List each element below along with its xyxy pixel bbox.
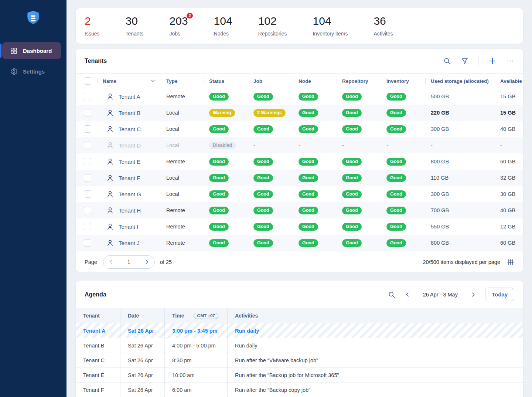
used-storage: 800 GB	[425, 159, 495, 164]
status-cell: Good	[381, 174, 425, 182]
row-checkbox[interactable]	[84, 158, 91, 165]
table-row[interactable]: Tenant HRemoteGoodGoodGoodGoodGood700 GB…	[76, 202, 523, 218]
column-header-name[interactable]: Name	[97, 78, 161, 84]
status-badge: Good	[253, 174, 273, 182]
agenda-date: Sat 26 Apr	[128, 343, 153, 349]
table-row[interactable]: Tenant ERemoteGoodGoodGoodGoodGood800 GB…	[76, 153, 523, 170]
tenant-name[interactable]: Tenant C	[119, 126, 141, 132]
next-week-icon[interactable]	[470, 292, 476, 298]
status-badge: Good	[342, 190, 362, 198]
add-tenant-icon[interactable]	[488, 57, 497, 65]
status-cell: Good	[381, 158, 425, 166]
more-options-icon[interactable]	[506, 57, 514, 65]
column-header-repository[interactable]: Repository	[337, 78, 381, 84]
agenda-row[interactable]: Tenant BSat 26 Apr4:00 pm - 5:00 pmRun d…	[76, 338, 523, 353]
column-header-job[interactable]: Job	[248, 78, 293, 84]
chevron-down-icon[interactable]	[150, 78, 156, 84]
stat-inventory-items[interactable]: 104Inventory items	[313, 16, 348, 37]
status-cell: Good	[381, 207, 425, 214]
column-header-node[interactable]: Node	[293, 78, 337, 84]
prev-page-icon[interactable]	[108, 259, 114, 265]
table-row[interactable]: Tenant IRemoteGoodGoodGoodGoodGood550 GB…	[76, 218, 523, 235]
agenda-tenant: Tenant E	[83, 372, 104, 378]
status-badge: Good	[209, 93, 229, 101]
search-icon[interactable]	[443, 57, 451, 65]
status-badge: Good	[342, 93, 362, 101]
tenant-name[interactable]: Tenant J	[119, 240, 140, 246]
status-cell: Good	[248, 125, 293, 133]
used-storage: 550 GB	[425, 224, 495, 230]
tenant-name[interactable]: Tenant F	[119, 175, 140, 181]
tenant-avatar-icon	[106, 109, 114, 117]
table-row[interactable]: Tenant FLocalGoodGoodGoodGoodGood110 GB3…	[76, 170, 523, 186]
agenda-column-activities: Activities	[227, 308, 523, 323]
status-badge: Good	[209, 125, 229, 133]
prev-week-icon[interactable]	[405, 292, 410, 298]
tenant-name[interactable]: Tenant I	[119, 224, 138, 230]
column-header-status[interactable]: Status	[204, 78, 248, 84]
tenant-name[interactable]: Tenant B	[119, 110, 140, 116]
agenda-row[interactable]: Tenant ESat 26 Apr10:00 amRun after the …	[76, 368, 523, 383]
table-row[interactable]: Tenant CLocalGoodGoodGoodGoodGood300 GB4…	[76, 121, 523, 137]
table-row[interactable]: Tenant GLocalGoodGoodGoodGoodGood300 GB3…	[76, 186, 523, 202]
stat-tenants[interactable]: 30Tenants	[125, 16, 143, 37]
stat-jobs[interactable]: 2032Jobs	[170, 16, 188, 37]
tenant-name[interactable]: Tenant D	[119, 142, 141, 149]
tenant-name[interactable]: Tenant A	[119, 94, 140, 100]
status-badge: Good	[209, 207, 229, 214]
status-badge: Good	[253, 239, 273, 247]
tenant-name[interactable]: Tenant E	[119, 159, 140, 165]
agenda-row[interactable]: Tenant ASat 26 Apr3:00 pm - 3:45 pmRun d…	[76, 323, 523, 338]
select-all-checkbox[interactable]	[84, 77, 91, 85]
status-cell: Good	[337, 109, 381, 117]
stat-activites[interactable]: 36Activites	[374, 16, 393, 37]
column-header-available-storage[interactable]: Available st	[495, 78, 523, 84]
row-checkbox[interactable]	[84, 223, 91, 230]
tenant-type: Remote	[161, 224, 204, 230]
row-checkbox[interactable]	[84, 190, 91, 198]
row-checkbox[interactable]	[84, 125, 91, 133]
column-header-inventory[interactable]: Inventory	[381, 78, 425, 84]
filter-icon[interactable]	[461, 57, 469, 65]
gear-icon	[10, 67, 18, 75]
stat-value: 104	[313, 16, 331, 27]
stat-repositories[interactable]: 102Repositories	[258, 16, 287, 37]
table-row[interactable]: Tenant ARemoteGoodGoodGoodGoodGood500 GB…	[76, 88, 523, 105]
table-row[interactable]: Tenant BLocalWarning2 WarningsGoodGoodGo…	[76, 105, 523, 121]
row-checkbox[interactable]	[84, 174, 91, 181]
tenant-type: Remote	[161, 240, 204, 246]
status-cell: Good	[204, 223, 248, 231]
status-badge: Good	[209, 158, 229, 166]
row-checkbox[interactable]	[84, 207, 91, 214]
current-page[interactable]: 1	[127, 259, 130, 265]
column-header-type[interactable]: Type	[161, 78, 204, 84]
status-badge: Good	[386, 223, 406, 231]
stat-issues[interactable]: 2Issues	[85, 16, 99, 37]
row-checkbox[interactable]	[84, 239, 91, 247]
today-button[interactable]: Today	[485, 288, 514, 301]
agenda-row[interactable]: Tenant FSat 26 Apr6:00 amRun after the “…	[76, 383, 523, 397]
status-cell: Good	[381, 125, 425, 133]
row-checkbox[interactable]	[84, 93, 91, 100]
tenant-name[interactable]: Tenant G	[119, 191, 141, 197]
status-badge: Good	[299, 125, 318, 133]
table-row[interactable]: Tenant JRemoteGoodGoodGoodGoodGood800 GB…	[76, 235, 523, 251]
table-row[interactable]: Tenant DLocalDisabled------	[76, 137, 523, 153]
agenda-search-icon[interactable]	[388, 291, 396, 299]
sidebar-item-dashboard[interactable]: Dashboard	[2, 42, 61, 59]
status-cell: Good	[381, 93, 425, 101]
agenda-row[interactable]: Tenant CSat 26 Apr8:30 pmRun after the “…	[76, 353, 523, 368]
agenda-activity: Run after the “Backup copy job”	[235, 387, 310, 393]
sidebar-item-settings[interactable]: Settings	[2, 63, 61, 80]
tenants-table-body: Tenant ARemoteGoodGoodGoodGoodGood500 GB…	[76, 88, 523, 251]
stat-nodes[interactable]: 104Nodes	[214, 16, 232, 37]
status-cell: Good	[337, 93, 381, 101]
status-badge: Good	[342, 223, 362, 231]
row-checkbox[interactable]	[84, 109, 91, 116]
next-page-icon[interactable]	[144, 259, 150, 265]
status-badge: Good	[299, 223, 318, 231]
display-settings-icon[interactable]	[507, 258, 514, 266]
row-checkbox[interactable]	[84, 142, 91, 149]
tenant-name[interactable]: Tenant H	[119, 207, 141, 214]
column-header-used-storage[interactable]: Used storage (allocated)	[425, 78, 495, 84]
